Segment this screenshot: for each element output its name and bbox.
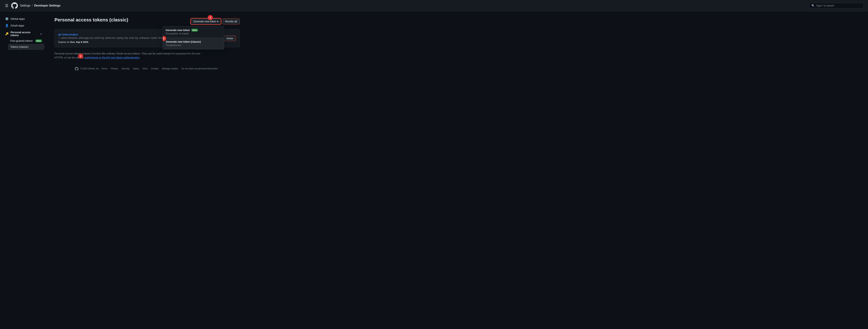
search-icon: 🔍 [811,4,815,7]
generate-token-dropdown: Generate new token Beta Fine-grained, re… [162,26,224,50]
footer-link-privacy[interactable]: Privacy [111,67,118,70]
header-left: ☰ Settings / Developer Settings [4,2,60,9]
sidebar-child-fine-grained[interactable]: Fine-grained tokens Beta [8,38,44,43]
step-1-badge: 1 [78,54,83,59]
dropdown-item-classic-title: Generate new token (classic) [166,40,221,43]
dropdown-fine-grained-desc: Fine-grained, re scoped [165,32,221,35]
dropdown-item-fine-grained-title: Generate new token Beta [165,29,221,32]
sidebar-child-tokens-classic[interactable]: Tokens (classic) [8,44,44,50]
footer-link-docs[interactable]: Docs [143,67,148,70]
main-layout: ⚙️ GitHub Apps 👤 OAuth Apps 🔑 Personal a… [0,11,868,329]
search-placeholder: Type / to search [816,4,834,7]
controls-right: 2 Generate new token ▾ Revoke all Genera… [191,18,240,25]
dropdown-item-classic[interactable]: 3 Generate new token (classic) For gener… [163,38,224,49]
tokens-classic-label: Tokens (classic) [10,45,29,48]
breadcrumb-settings[interactable]: Settings [20,4,31,7]
step-2-badge: 2 [208,15,213,20]
footer-link-do-not-share[interactable]: Do not share my personal information [182,67,218,70]
chevron-up-icon: ▲ [40,33,42,35]
beta-badge: Beta [35,39,42,42]
dropdown-classic-desc: For general use [166,44,221,46]
dropdown-beta-badge: Beta [191,29,198,32]
footer-link-status[interactable]: Status [133,67,139,70]
delete-token-button[interactable]: Delete [223,35,236,41]
page-title: Personal access tokens (classic) [55,17,128,23]
hamburger-icon[interactable]: ☰ [4,3,9,8]
sidebar-item-oauth-apps[interactable]: 👤 OAuth Apps [3,22,44,29]
footer-copyright: © 2024 GitHub, Inc. [80,67,99,70]
sidebar-item-github-apps[interactable]: ⚙️ GitHub Apps [3,15,44,22]
sidebar-parent-tokens[interactable]: 🔑 Personal access tokens ▲ [3,29,44,38]
github-logo [11,2,18,9]
main-content: Personal access tokens (classic) 2 Gener… [47,11,247,329]
breadcrumb-separator: / [32,4,33,7]
footer-link-contact[interactable]: Contact [151,67,158,70]
key-icon: 🔑 [5,32,9,36]
sidebar-oauth-apps-label: OAuth Apps [10,24,24,27]
breadcrumb-dev-settings[interactable]: Developer Settings [34,4,60,7]
generate-new-token-button[interactable]: Generate new token ▾ [191,18,221,25]
dropdown-item-fine-grained[interactable]: Generate new token Beta Fine-grained, re… [163,26,224,37]
breadcrumb: Settings / Developer Settings [20,4,60,7]
step-1-badge-container: 1 [78,54,83,59]
footer-link-security[interactable]: Security [122,67,129,70]
sidebar-github-apps-label: GitHub Apps [10,18,25,20]
footer-link-terms[interactable]: Terms [101,67,107,70]
github-apps-icon: ⚙️ [5,17,9,21]
oauth-apps-icon: 👤 [5,24,9,27]
fine-grained-label: Fine-grained tokens [10,39,33,42]
description-text: Personal access tokens (classic) functio… [55,52,209,60]
revoke-all-button[interactable]: Revoke all [222,18,240,25]
footer: © 2024 GitHub, Inc. Terms Privacy Securi… [55,60,240,74]
api-auth-link[interactable]: authenticate to the API over Basic Authe… [85,56,140,59]
footer-link-manage-cookies[interactable]: Manage cookies [162,67,178,70]
search-box[interactable]: 🔍 Type / to search [809,3,864,8]
footer-github-logo [75,67,79,71]
sidebar-section-tokens: 🔑 Personal access tokens ▲ Fine-grained … [3,29,44,50]
header: ☰ Settings / Developer Settings 🔍 Type /… [0,0,868,11]
sidebar-children-tokens: Fine-grained tokens Beta Tokens (classic… [8,38,44,50]
sidebar-tokens-label: Personal access tokens [10,31,38,37]
header-search: 🔍 Type / to search [809,3,864,8]
sidebar: ⚙️ GitHub Apps 👤 OAuth Apps 🔑 Personal a… [0,11,47,329]
